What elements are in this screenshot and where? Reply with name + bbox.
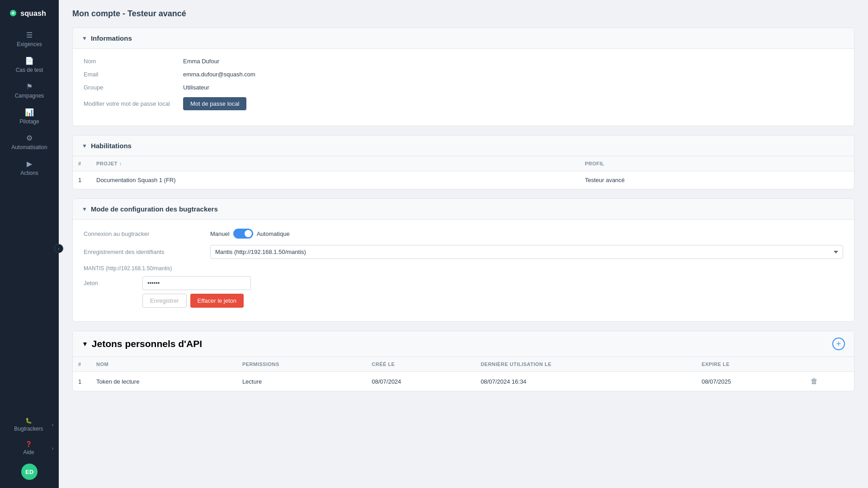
jetons-col-expire-le: EXPIRE LE <box>696 357 805 372</box>
sidebar-nav: ☰ Exigences 📄 Cas de test ⚑ Campagnes 📊 … <box>0 24 59 413</box>
sidebar-bottom: 🐛 Bugtrackers › ❓ Aide › ED <box>0 413 59 488</box>
page-title: Mon compte - Testeur avancé <box>72 9 854 19</box>
section-mode-config-header[interactable]: ▼ Mode de configuration des bugtrackers <box>73 199 854 220</box>
sidebar-item-label: Automatisation <box>11 144 47 150</box>
jeton-row-num: 1 <box>73 372 91 391</box>
section-jetons-api-body: # NOM PERMISSIONS CRÉÉ LE DERNIÈRE UTILI… <box>73 357 854 391</box>
enregistrement-select[interactable]: Mantis (http://192.168.1.50/mantis) <box>210 245 843 259</box>
effacer-jeton-button[interactable]: Effacer le jeton <box>190 294 244 308</box>
sidebar-item-label: Exigences <box>17 41 42 47</box>
nom-label: Nom <box>84 58 183 65</box>
campagnes-icon: ⚑ <box>26 82 33 91</box>
avatar[interactable]: ED <box>21 464 38 480</box>
nom-value: Emma Dufour <box>183 58 219 65</box>
section-habilitations-body: # PROJET ↑ PROFIL 1 Documentation Squash… <box>73 156 854 189</box>
jeton-row-permissions: Lecture <box>237 372 366 391</box>
chevron-down-icon-config: ▼ <box>82 206 87 212</box>
col-profil-header: PROFIL <box>580 156 854 171</box>
sidebar-item-pilotage[interactable]: 📊 Pilotage <box>0 103 59 129</box>
jetons-col-derniere-utilisation: DERNIÈRE UTILISATION LE <box>475 357 696 372</box>
groupe-value: Utilisateur <box>183 84 209 91</box>
connexion-row: Connexion au bugtracker Manuel Automatiq… <box>84 229 843 239</box>
sub-section-title: MANTIS (http://192.168.1.50/mantis) <box>84 265 843 272</box>
sidebar-collapse-button[interactable]: ‹ <box>54 244 63 253</box>
info-row-nom: Nom Emma Dufour <box>84 58 843 65</box>
sidebar-item-label: Campagnes <box>15 93 44 99</box>
section-informations-header[interactable]: ▼ Informations <box>73 28 854 49</box>
connexion-toggle-group: Manuel Automatique <box>210 229 843 239</box>
row-num: 1 <box>73 171 91 189</box>
info-row-mdp: Modifier votre mot de passe local Mot de… <box>84 97 843 110</box>
toggle-right-label: Automatique <box>257 230 290 237</box>
mdp-button[interactable]: Mot de passe local <box>183 97 246 110</box>
cas-de-test-icon: 📄 <box>25 56 34 65</box>
jeton-right: Enregistrer Effacer le jeton <box>142 276 251 308</box>
email-value: emma.dufour@squash.com <box>183 71 255 78</box>
section-habilitations-header[interactable]: ▼ Habilitations <box>73 136 854 156</box>
sort-icon: ↑ <box>119 161 122 166</box>
sidebar-aide-label: Aide <box>23 449 34 455</box>
table-row: 1 Token de lecture Lecture 08/07/2024 08… <box>73 372 854 391</box>
section-jetons-api-title: Jetons personnels d'API <box>92 338 202 349</box>
section-informations-body: Nom Emma Dufour Email emma.dufour@squash… <box>73 49 854 126</box>
section-habilitations: ▼ Habilitations # PROJET ↑ PROFIL <box>72 135 854 189</box>
sidebar-item-bugtrackers[interactable]: 🐛 Bugtrackers › <box>0 413 59 436</box>
jetons-col-actions <box>805 357 854 372</box>
svg-text:squash: squash <box>20 9 46 17</box>
bugtrackers-icon: 🐛 <box>25 418 32 424</box>
jeton-label: Jeton <box>84 276 138 286</box>
connexion-label: Connexion au bugtracker <box>84 230 210 237</box>
chevron-right-icon: › <box>52 422 53 427</box>
delete-jeton-button[interactable]: 🗑 <box>811 377 818 385</box>
jeton-grid: Jeton Enregistrer Effacer le jeton <box>84 276 843 308</box>
section-informations: ▼ Informations Nom Emma Dufour Email emm… <box>72 28 854 126</box>
logo[interactable]: squash <box>0 0 59 24</box>
jeton-row-nom: Token de lecture <box>91 372 237 391</box>
row-profil: Testeur avancé <box>580 171 854 189</box>
col-projet-header: PROJET ↑ <box>91 156 580 171</box>
main-content: Mon compte - Testeur avancé ▼ Informatio… <box>59 0 868 488</box>
sidebar-item-cas-de-test[interactable]: 📄 Cas de test <box>0 52 59 78</box>
jeton-buttons: Enregistrer Effacer le jeton <box>142 294 251 308</box>
chevron-down-icon-hab: ▼ <box>82 143 87 149</box>
jeton-row-derniere-utilisation: 08/07/2024 16:34 <box>475 372 696 391</box>
jeton-input-row <box>142 276 251 290</box>
sidebar-item-label: Actions <box>20 170 38 176</box>
jetons-col-cree-le: CRÉÉ LE <box>366 357 475 372</box>
section-mode-config-title: Mode de configuration des bugtrackers <box>91 205 218 213</box>
sidebar-item-label: Pilotage <box>19 118 39 125</box>
enregistrer-button[interactable]: Enregistrer <box>142 294 187 308</box>
sidebar-item-exigences[interactable]: ☰ Exigences <box>0 26 59 52</box>
section-jetons-api-header: ▼ Jetons personnels d'API + <box>73 331 854 357</box>
chevron-down-icon: ▼ <box>82 35 87 42</box>
sidebar-item-aide[interactable]: ❓ Aide › <box>0 436 59 460</box>
table-row: 1 Documentation Squash 1 (FR) Testeur av… <box>73 171 854 189</box>
toggle-left-label: Manuel <box>210 230 230 237</box>
section-informations-title: Informations <box>91 34 132 42</box>
enregistrement-label: Enregistrement des identifiants <box>84 249 210 255</box>
sidebar-item-automatisation[interactable]: ⚙ Automatisation <box>0 129 59 155</box>
mdp-label: Modifier votre mot de passe local <box>84 100 183 107</box>
jeton-input[interactable] <box>142 276 251 290</box>
jetons-col-permissions: PERMISSIONS <box>237 357 366 372</box>
jeton-row-expire-le: 08/07/2025 <box>696 372 805 391</box>
sidebar-bugtrackers-label: Bugtrackers <box>14 426 43 432</box>
groupe-label: Groupe <box>84 84 183 91</box>
email-label: Email <box>84 71 183 78</box>
chevron-right-icon-aide: › <box>52 446 53 451</box>
connexion-toggle[interactable] <box>233 229 253 239</box>
sidebar-item-campagnes[interactable]: ⚑ Campagnes <box>0 78 59 103</box>
aide-icon: ❓ <box>25 441 32 447</box>
enregistrement-select-wrap: Mantis (http://192.168.1.50/mantis) <box>210 245 843 259</box>
row-projet: Documentation Squash 1 (FR) <box>91 171 580 189</box>
add-jeton-button[interactable]: + <box>832 338 845 350</box>
sidebar: squash ☰ Exigences 📄 Cas de test ⚑ Campa… <box>0 0 59 488</box>
section-mode-config-body: Connexion au bugtracker Manuel Automatiq… <box>73 220 854 321</box>
collapse-arrow-icon: ‹ <box>58 246 59 251</box>
sidebar-item-actions[interactable]: ▶ Actions <box>0 155 59 181</box>
toggle-group: Manuel Automatique <box>210 229 843 239</box>
jetons-api-table: # NOM PERMISSIONS CRÉÉ LE DERNIÈRE UTILI… <box>73 357 854 391</box>
jeton-row-cree-le: 08/07/2024 <box>366 372 475 391</box>
jeton-row-delete: 🗑 <box>805 372 854 391</box>
jetons-col-nom: NOM <box>91 357 237 372</box>
